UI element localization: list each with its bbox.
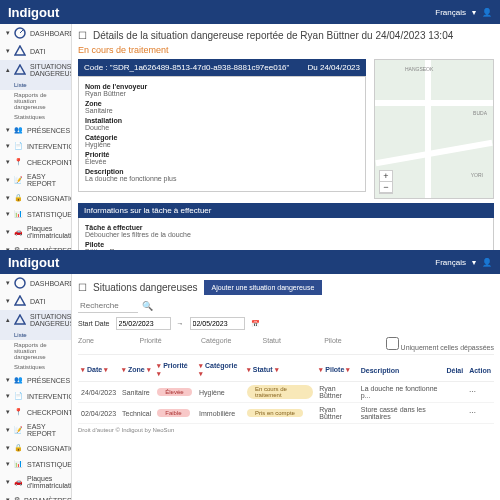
task-panel: Tâche à effectuerDéboucher les filtres d…: [78, 218, 494, 250]
sidebar-sub-stats[interactable]: Statistiques: [0, 362, 71, 372]
svg-line-1: [20, 30, 23, 33]
warn-icon: [14, 295, 26, 307]
sidebar-item-situations[interactable]: ▴ SITUATIONS DANGEREUSES: [0, 310, 71, 330]
chevron-down-icon[interactable]: ▾: [472, 8, 476, 17]
filter-cat[interactable]: Catégorie: [201, 337, 255, 351]
add-button[interactable]: Ajouter une situation dangereuse: [204, 280, 323, 295]
col-zone[interactable]: ▾ Zone ▾: [119, 359, 154, 382]
doc-icon: ☐: [78, 282, 87, 293]
lock-icon: 🔒: [14, 444, 23, 452]
sidebar-sub-reports[interactable]: Rapports de situation dangereuse: [0, 90, 71, 112]
map[interactable]: HANGSEOK BUDA YORI +−: [374, 59, 494, 199]
detail-panel: Nom de l'envoyeurRyan Büttner ZoneSanita…: [78, 76, 366, 192]
sidebar-sub-stats[interactable]: Statistiques: [0, 112, 71, 122]
sidebar-item-checkpoint[interactable]: ▾ 📍CHECKPOINT: [0, 154, 71, 170]
startdate-label: Start Date: [78, 320, 110, 327]
sidebar-item-params[interactable]: ▾ ⚙PARAMÈTRES: [0, 492, 71, 500]
col-date[interactable]: ▾ Date ▾: [78, 359, 119, 382]
table-row[interactable]: 24/04/2023SanitaireÉlevéeHygièneEn cours…: [78, 382, 494, 403]
gauge-icon: [14, 27, 26, 39]
sidebar-item-stats[interactable]: ▾ 📊STATISTIQUES: [0, 456, 71, 472]
warn-icon: [14, 314, 26, 326]
col-stat[interactable]: ▾ Statut ▾: [244, 359, 316, 382]
zoom-out-icon[interactable]: −: [380, 182, 392, 193]
doc-icon: 📝: [14, 426, 23, 434]
sidebar: ▾ DASHBOARD ▾ DATI ▴ SITUATIONS DANGEREU…: [0, 24, 72, 250]
sidebar-item-dati[interactable]: ▾ DATI: [0, 292, 71, 310]
user-icon[interactable]: 👤: [482, 258, 492, 267]
col-cat[interactable]: ▾ Catégorie ▾: [196, 359, 244, 382]
user-icon: 👥: [14, 376, 23, 384]
sidebar-item-checkpoint[interactable]: ▾ 📍CHECKPOINT: [0, 404, 71, 420]
chart-icon: 📊: [14, 460, 23, 468]
sidebar-item-dashboard[interactable]: ▾ DASHBOARD: [0, 24, 71, 42]
filter-pilot[interactable]: Pilote: [324, 337, 378, 351]
zoom-in-icon[interactable]: +: [380, 171, 392, 182]
map-zoom[interactable]: +−: [379, 170, 393, 194]
sidebar-item-dashboard[interactable]: ▾ DASHBOARD: [0, 274, 71, 292]
main-list: ☐ Situations dangereuses Ajouter une sit…: [72, 274, 500, 500]
pin-icon: 📍: [14, 158, 23, 166]
sidebar-item-plates[interactable]: ▾ 🚗Plaques d'immatriculation: [0, 222, 71, 242]
filter-prio[interactable]: Priorité: [140, 337, 194, 351]
situations-table: ▾ Date ▾ ▾ Zone ▾ ▾ Priorité ▾ ▾ Catégor…: [78, 359, 494, 424]
sidebar-item-interventions[interactable]: ▾ 📄INTERVENTIONS: [0, 138, 71, 154]
sidebar-item-presences[interactable]: ▾ 👥PRÉSENCES: [0, 372, 71, 388]
row-action[interactable]: ⋯: [466, 403, 494, 424]
code-bar: Code : "SDR_1a626489-8513-47d0-a938-8881…: [78, 59, 366, 76]
arrow-icon: →: [177, 320, 184, 327]
sidebar-item-stats[interactable]: ▾ 📊STATISTIQUES: [0, 206, 71, 222]
sidebar-item-plates[interactable]: ▾ 🚗Plaques d'immatriculation: [0, 472, 71, 492]
overdue-checkbox[interactable]: Uniquement celles dépassées: [386, 337, 494, 351]
sidebar-item-easyreport[interactable]: ▾ 📝EASY REPORT: [0, 170, 71, 190]
chevron-down-icon[interactable]: ▾: [472, 258, 476, 267]
filter-zone[interactable]: Zone: [78, 337, 132, 351]
svg-point-2: [15, 278, 25, 288]
doc-icon: 📝: [14, 176, 23, 184]
user-icon: 👥: [14, 126, 23, 134]
user-icon[interactable]: 👤: [482, 8, 492, 17]
col-prio[interactable]: ▾ Priorité ▾: [154, 359, 196, 382]
filter-row: Zone Priorité Catégorie Statut Pilote Un…: [78, 334, 494, 355]
sidebar-sub-list[interactable]: Liste: [0, 330, 71, 340]
sidebar-sub-reports[interactable]: Rapports de situation dangereuse: [0, 340, 71, 362]
chart-icon: 📊: [14, 210, 23, 218]
sidebar-item-interventions[interactable]: ▾ 📄INTERVENTIONS: [0, 388, 71, 404]
sidebar-sub-list[interactable]: Liste: [0, 80, 71, 90]
footer: Droit d'auteur © Indigout by NeoSun: [78, 424, 494, 436]
sidebar-item-consignations[interactable]: ▾ 🔒CONSIGNATIONS: [0, 190, 71, 206]
col-action[interactable]: Action: [466, 359, 494, 382]
sidebar: ▾ DASHBOARD ▾ DATI ▴ SITUATIONS DANGEREU…: [0, 274, 72, 500]
startdate-input[interactable]: [116, 317, 171, 330]
table-row[interactable]: 02/04/2023TechnicalFaibleImmobilièrePris…: [78, 403, 494, 424]
page-title: ☐ Situations dangereuses Ajouter une sit…: [78, 280, 494, 295]
enddate-input[interactable]: [190, 317, 245, 330]
main-detail: ☐ Détails de la situation dangereuse rep…: [72, 24, 500, 250]
search-input[interactable]: [78, 299, 138, 313]
search-icon[interactable]: 🔍: [142, 301, 153, 311]
lang-select[interactable]: Français: [435, 258, 466, 267]
task-header: Informations sur la tâche à effectuer: [78, 203, 494, 218]
status-text: En cours de traitement: [78, 45, 494, 55]
lang-select[interactable]: Français: [435, 8, 466, 17]
filter-stat[interactable]: Statut: [263, 337, 317, 351]
sidebar-item-params[interactable]: ▾ ⚙PARAMÈTRES: [0, 242, 71, 250]
gauge-icon: [14, 277, 26, 289]
sidebar-item-easyreport[interactable]: ▾ 📝EASY REPORT: [0, 420, 71, 440]
col-desc[interactable]: Description: [358, 359, 444, 382]
doc-icon: ☐: [78, 30, 87, 41]
brand: Indigout: [8, 5, 59, 20]
sidebar-item-consignations[interactable]: ▾ 🔒CONSIGNATIONS: [0, 440, 71, 456]
row-action[interactable]: ⋯: [466, 382, 494, 403]
sidebar-item-presences[interactable]: ▾ 👥PRÉSENCES: [0, 122, 71, 138]
calendar-icon[interactable]: 📅: [251, 320, 260, 328]
pin-icon: 📍: [14, 408, 23, 416]
col-pilot[interactable]: ▾ Pilote ▾: [316, 359, 357, 382]
sidebar-item-situations[interactable]: ▴ SITUATIONS DANGEREUSES: [0, 60, 71, 80]
car-icon: 🚗: [14, 228, 23, 236]
topbar: Indigout Français ▾ 👤: [0, 250, 500, 274]
col-delay[interactable]: Délai: [443, 359, 466, 382]
topbar: Indigout Français ▾ 👤: [0, 0, 500, 24]
sidebar-item-dati[interactable]: ▾ DATI: [0, 42, 71, 60]
warn-icon: [14, 45, 26, 57]
